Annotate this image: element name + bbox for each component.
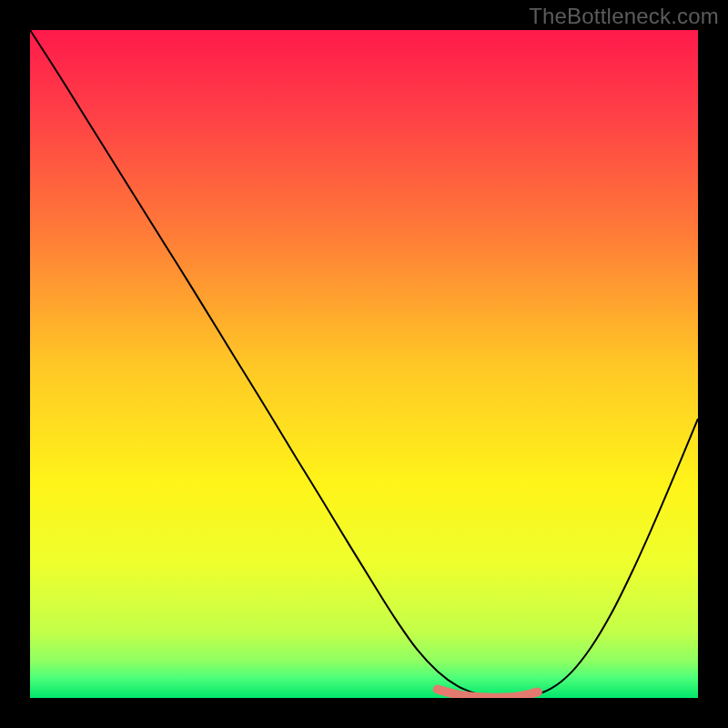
chart-frame: TheBottleneck.com (0, 0, 728, 728)
gradient-background (30, 30, 698, 698)
plot-area (30, 30, 698, 698)
watermark-text: TheBottleneck.com (529, 4, 719, 29)
bottleneck-chart (30, 30, 698, 698)
